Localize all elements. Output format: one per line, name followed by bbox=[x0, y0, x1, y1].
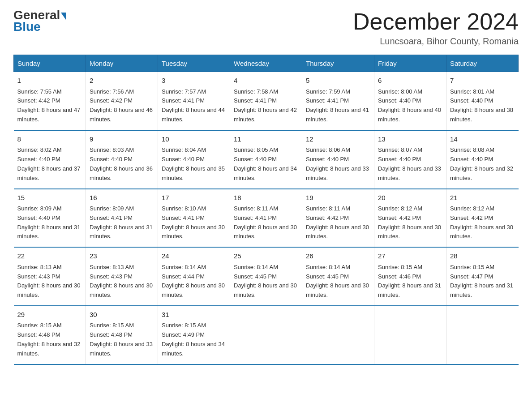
calendar-day-cell: 30 Sunrise: 8:15 AMSunset: 4:48 PMDaylig… bbox=[86, 306, 158, 364]
day-info: Sunrise: 8:08 AMSunset: 4:40 PMDaylight:… bbox=[450, 146, 513, 181]
calendar-day-cell: 11 Sunrise: 8:05 AMSunset: 4:40 PMDaylig… bbox=[230, 130, 302, 189]
calendar-day-cell: 25 Sunrise: 8:14 AMSunset: 4:45 PMDaylig… bbox=[230, 247, 302, 306]
page-subtitle: Luncsoara, Bihor County, Romania bbox=[353, 36, 519, 47]
calendar-day-cell: 21 Sunrise: 8:12 AMSunset: 4:42 PMDaylig… bbox=[446, 189, 519, 248]
day-number: 27 bbox=[378, 251, 442, 261]
calendar-day-cell bbox=[230, 306, 302, 364]
calendar-week-row: 22 Sunrise: 8:13 AMSunset: 4:43 PMDaylig… bbox=[14, 247, 519, 306]
day-info: Sunrise: 8:12 AMSunset: 4:42 PMDaylight:… bbox=[378, 205, 441, 240]
day-info: Sunrise: 8:07 AMSunset: 4:40 PMDaylight:… bbox=[378, 146, 441, 181]
day-info: Sunrise: 8:04 AMSunset: 4:40 PMDaylight:… bbox=[162, 146, 225, 181]
calendar-day-cell: 8 Sunrise: 8:02 AMSunset: 4:40 PMDayligh… bbox=[14, 130, 86, 189]
day-info: Sunrise: 8:06 AMSunset: 4:40 PMDaylight:… bbox=[306, 146, 369, 181]
day-info: Sunrise: 7:57 AMSunset: 4:41 PMDaylight:… bbox=[162, 88, 225, 123]
day-info: Sunrise: 8:09 AMSunset: 4:41 PMDaylight:… bbox=[90, 205, 153, 240]
day-info: Sunrise: 7:56 AMSunset: 4:42 PMDaylight:… bbox=[90, 88, 153, 123]
page-header: General Blue December 2024 Luncsoara, Bi… bbox=[13, 9, 519, 47]
day-info: Sunrise: 8:14 AMSunset: 4:45 PMDaylight:… bbox=[234, 264, 297, 298]
day-info: Sunrise: 8:15 AMSunset: 4:49 PMDaylight:… bbox=[162, 322, 225, 356]
day-info: Sunrise: 8:14 AMSunset: 4:44 PMDaylight:… bbox=[162, 264, 225, 298]
day-number: 22 bbox=[17, 251, 82, 261]
day-number: 3 bbox=[162, 76, 226, 86]
calendar-table: SundayMondayTuesdayWednesdayThursdayFrid… bbox=[13, 55, 519, 364]
day-number: 25 bbox=[234, 251, 298, 261]
calendar-day-cell: 13 Sunrise: 8:07 AMSunset: 4:40 PMDaylig… bbox=[374, 130, 446, 189]
day-number: 31 bbox=[162, 310, 226, 320]
calendar-day-cell: 6 Sunrise: 8:00 AMSunset: 4:40 PMDayligh… bbox=[374, 72, 446, 130]
calendar-day-cell: 23 Sunrise: 8:13 AMSunset: 4:43 PMDaylig… bbox=[86, 247, 158, 306]
calendar-day-header: Sunday bbox=[14, 55, 86, 72]
calendar-day-cell bbox=[446, 306, 519, 364]
day-info: Sunrise: 8:15 AMSunset: 4:48 PMDaylight:… bbox=[90, 322, 153, 356]
calendar-week-row: 1 Sunrise: 7:55 AMSunset: 4:42 PMDayligh… bbox=[14, 72, 519, 130]
logo-line2: Blue bbox=[13, 20, 41, 34]
day-info: Sunrise: 8:10 AMSunset: 4:41 PMDaylight:… bbox=[162, 205, 225, 240]
day-info: Sunrise: 8:05 AMSunset: 4:40 PMDaylight:… bbox=[234, 146, 297, 181]
day-number: 30 bbox=[90, 310, 154, 320]
day-info: Sunrise: 8:03 AMSunset: 4:40 PMDaylight:… bbox=[90, 146, 153, 181]
day-number: 8 bbox=[17, 134, 82, 145]
day-number: 17 bbox=[162, 193, 226, 203]
calendar-day-cell: 29 Sunrise: 8:15 AMSunset: 4:48 PMDaylig… bbox=[14, 306, 86, 364]
calendar-day-cell bbox=[374, 306, 446, 364]
day-number: 5 bbox=[306, 76, 370, 86]
day-info: Sunrise: 8:09 AMSunset: 4:40 PMDaylight:… bbox=[17, 205, 81, 240]
day-info: Sunrise: 8:13 AMSunset: 4:43 PMDaylight:… bbox=[90, 264, 153, 298]
day-info: Sunrise: 8:11 AMSunset: 4:41 PMDaylight:… bbox=[234, 205, 297, 240]
calendar-day-cell: 18 Sunrise: 8:11 AMSunset: 4:41 PMDaylig… bbox=[230, 189, 302, 248]
day-number: 9 bbox=[90, 134, 154, 145]
logo: General Blue bbox=[13, 9, 66, 34]
title-block: December 2024 Luncsoara, Bihor County, R… bbox=[353, 9, 519, 47]
calendar-day-cell: 3 Sunrise: 7:57 AMSunset: 4:41 PMDayligh… bbox=[158, 72, 230, 130]
day-number: 16 bbox=[90, 193, 154, 203]
calendar-day-header: Monday bbox=[86, 55, 158, 72]
day-number: 1 bbox=[17, 76, 82, 86]
calendar-week-row: 29 Sunrise: 8:15 AMSunset: 4:48 PMDaylig… bbox=[14, 306, 519, 364]
calendar-day-header: Saturday bbox=[446, 55, 519, 72]
day-number: 23 bbox=[90, 251, 154, 261]
day-number: 14 bbox=[450, 134, 515, 145]
day-info: Sunrise: 8:14 AMSunset: 4:45 PMDaylight:… bbox=[306, 264, 369, 298]
day-info: Sunrise: 8:15 AMSunset: 4:47 PMDaylight:… bbox=[450, 264, 513, 298]
day-number: 19 bbox=[306, 193, 370, 203]
calendar-day-cell: 27 Sunrise: 8:15 AMSunset: 4:46 PMDaylig… bbox=[374, 247, 446, 306]
page-title: December 2024 bbox=[353, 9, 519, 34]
day-number: 2 bbox=[90, 76, 154, 86]
day-info: Sunrise: 8:02 AMSunset: 4:40 PMDaylight:… bbox=[17, 146, 81, 181]
day-number: 29 bbox=[17, 310, 82, 320]
day-info: Sunrise: 7:55 AMSunset: 4:42 PMDaylight:… bbox=[17, 88, 81, 123]
day-number: 24 bbox=[162, 251, 226, 261]
calendar-day-cell: 9 Sunrise: 8:03 AMSunset: 4:40 PMDayligh… bbox=[86, 130, 158, 189]
calendar-day-cell: 24 Sunrise: 8:14 AMSunset: 4:44 PMDaylig… bbox=[158, 247, 230, 306]
day-info: Sunrise: 8:12 AMSunset: 4:42 PMDaylight:… bbox=[450, 205, 513, 240]
calendar-day-header: Wednesday bbox=[230, 55, 302, 72]
day-number: 11 bbox=[234, 134, 298, 145]
day-number: 20 bbox=[378, 193, 442, 203]
day-number: 4 bbox=[234, 76, 298, 86]
day-number: 18 bbox=[234, 193, 298, 203]
calendar-day-cell: 5 Sunrise: 7:59 AMSunset: 4:41 PMDayligh… bbox=[302, 72, 374, 130]
calendar-week-row: 15 Sunrise: 8:09 AMSunset: 4:40 PMDaylig… bbox=[14, 189, 519, 248]
calendar-day-cell: 2 Sunrise: 7:56 AMSunset: 4:42 PMDayligh… bbox=[86, 72, 158, 130]
calendar-day-cell: 15 Sunrise: 8:09 AMSunset: 4:40 PMDaylig… bbox=[14, 189, 86, 248]
day-info: Sunrise: 8:00 AMSunset: 4:40 PMDaylight:… bbox=[378, 88, 441, 123]
calendar-day-cell: 12 Sunrise: 8:06 AMSunset: 4:40 PMDaylig… bbox=[302, 130, 374, 189]
calendar-day-cell: 7 Sunrise: 8:01 AMSunset: 4:40 PMDayligh… bbox=[446, 72, 519, 130]
day-number: 12 bbox=[306, 134, 370, 145]
day-number: 7 bbox=[450, 76, 515, 86]
calendar-week-row: 8 Sunrise: 8:02 AMSunset: 4:40 PMDayligh… bbox=[14, 130, 519, 189]
day-number: 13 bbox=[378, 134, 442, 145]
day-info: Sunrise: 8:15 AMSunset: 4:46 PMDaylight:… bbox=[378, 264, 441, 298]
day-info: Sunrise: 8:11 AMSunset: 4:42 PMDaylight:… bbox=[306, 205, 369, 240]
calendar-day-header: Friday bbox=[374, 55, 446, 72]
day-number: 28 bbox=[450, 251, 515, 261]
calendar-day-cell: 22 Sunrise: 8:13 AMSunset: 4:43 PMDaylig… bbox=[14, 247, 86, 306]
calendar-day-cell: 26 Sunrise: 8:14 AMSunset: 4:45 PMDaylig… bbox=[302, 247, 374, 306]
day-info: Sunrise: 8:15 AMSunset: 4:48 PMDaylight:… bbox=[17, 322, 81, 356]
day-number: 10 bbox=[162, 134, 226, 145]
day-info: Sunrise: 7:59 AMSunset: 4:41 PMDaylight:… bbox=[306, 88, 369, 123]
calendar-day-cell: 4 Sunrise: 7:58 AMSunset: 4:41 PMDayligh… bbox=[230, 72, 302, 130]
calendar-day-cell: 10 Sunrise: 8:04 AMSunset: 4:40 PMDaylig… bbox=[158, 130, 230, 189]
day-info: Sunrise: 8:01 AMSunset: 4:40 PMDaylight:… bbox=[450, 88, 513, 123]
calendar-day-cell: 16 Sunrise: 8:09 AMSunset: 4:41 PMDaylig… bbox=[86, 189, 158, 248]
